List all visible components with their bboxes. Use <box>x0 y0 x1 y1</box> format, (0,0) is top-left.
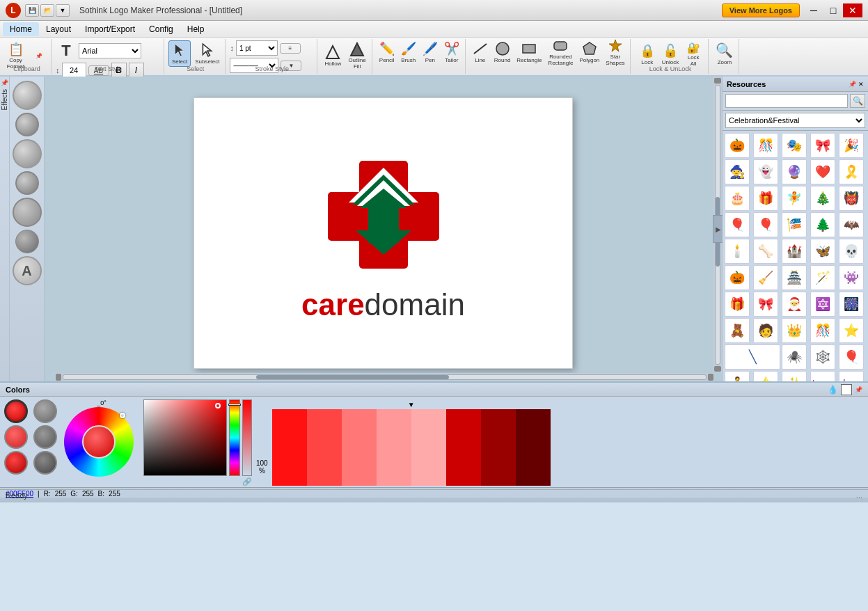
outline-fill-button[interactable]: OutlineFill <box>345 40 368 72</box>
resource-item[interactable]: 🎈 <box>725 212 750 237</box>
resource-item[interactable]: ⭐ <box>753 371 778 381</box>
left-tool-4[interactable] <box>15 171 39 195</box>
pen-button[interactable]: 🖊️ Pen <box>420 40 441 65</box>
colors-pin-icon[interactable]: 📌 <box>855 386 862 393</box>
resource-item[interactable]: 🪄 <box>810 265 835 290</box>
presets-expand-button[interactable]: ▼ <box>272 401 551 408</box>
unlock-button[interactable]: 🔓 Unlock <box>659 40 681 69</box>
resource-item[interactable]: 🎆 <box>839 292 864 317</box>
line-tool-button[interactable]: Line <box>470 40 491 65</box>
resource-item[interactable]: 🎁 <box>725 292 750 317</box>
resource-item[interactable]: 🎉 <box>839 133 864 158</box>
resources-pin-icon[interactable]: 📌 <box>849 81 856 88</box>
star-tool-button[interactable]: StarShapes <box>603 37 627 68</box>
resource-item[interactable]: ⭐ <box>839 318 864 343</box>
menu-config[interactable]: Config <box>142 22 180 36</box>
zoom-button[interactable]: 🔍 Zoom <box>713 40 736 67</box>
hue-slider[interactable] <box>229 399 240 476</box>
left-tool-5[interactable] <box>13 198 42 227</box>
color-fill-box[interactable] <box>841 384 852 395</box>
resource-item[interactable]: 🌲 <box>810 212 835 237</box>
resource-item[interactable]: 🎏 <box>782 212 807 237</box>
resource-item[interactable]: Love <box>810 371 835 381</box>
color-gradient-picker[interactable] <box>143 399 227 476</box>
swatch-grey-2[interactable] <box>33 425 57 449</box>
resource-item[interactable]: 🎊 <box>810 318 835 343</box>
resource-item[interactable]: ✨ <box>782 371 807 381</box>
resource-item[interactable]: 🧑 <box>753 318 778 343</box>
round-tool-button[interactable]: Round <box>491 40 514 65</box>
resource-item[interactable]: ❤️ <box>810 159 835 184</box>
lock-all-button[interactable]: 🔐 LockAll <box>683 40 704 69</box>
select-button[interactable]: Select <box>168 40 191 67</box>
horizontal-scrollbar[interactable] <box>54 373 713 381</box>
swatch-grey-3[interactable] <box>33 451 57 475</box>
swatch-red-fill[interactable] <box>4 399 28 423</box>
close-button[interactable]: ✕ <box>843 3 862 17</box>
add-text-button[interactable]: T <box>56 40 77 61</box>
quick-menu-btn[interactable]: ▼ <box>56 4 70 17</box>
resource-item[interactable]: 🔮 <box>782 159 807 184</box>
resources-close-icon[interactable]: ✕ <box>858 81 864 88</box>
resource-item[interactable]: ╲ <box>725 344 780 370</box>
text-tool[interactable]: A <box>13 256 42 285</box>
hollow-button[interactable]: Hollow <box>322 40 344 72</box>
resource-item[interactable]: 🎀 <box>753 292 778 317</box>
quick-open-btn[interactable]: 📂 <box>40 4 54 17</box>
canvas-area[interactable]: caredomain <box>45 77 722 381</box>
resource-item[interactable]: 👾 <box>839 265 864 290</box>
stroke-options-button[interactable]: ≡ <box>280 43 301 54</box>
resource-item[interactable]: 🎗️ <box>839 159 864 184</box>
resource-item[interactable]: 👑 <box>782 318 807 343</box>
menu-help[interactable]: Help <box>180 22 212 36</box>
search-icon[interactable]: 🔍 <box>850 94 865 108</box>
rounded-rectangle-tool-button[interactable]: RoundedRectangle <box>545 37 576 68</box>
category-select[interactable]: Celebration&Festival Animals Business Na… <box>725 113 865 128</box>
brush-button[interactable]: 🖌️ Brush <box>398 40 419 65</box>
left-tool-2[interactable] <box>15 113 39 136</box>
resource-item[interactable]: 🔯 <box>810 292 835 317</box>
panel-expand-button[interactable]: ▶ <box>713 215 723 243</box>
resource-item[interactable]: 🕷️ <box>782 344 807 370</box>
view-more-logos-button[interactable]: View More Logos <box>722 3 800 17</box>
color-wheel[interactable] <box>64 407 134 477</box>
resource-item[interactable]: 🦋 <box>810 239 835 264</box>
resource-item[interactable]: 🧸 <box>725 318 750 343</box>
left-tool-6[interactable] <box>15 230 39 253</box>
polygon-tool-button[interactable]: Polygon <box>576 40 602 65</box>
swatch-grey[interactable] <box>33 399 57 423</box>
resource-item[interactable]: 🧚 <box>782 186 807 211</box>
resource-item[interactable]: 🎅 <box>782 292 807 317</box>
font-family-select[interactable]: Arial Times New Roman Verdana <box>79 43 141 58</box>
opacity-slider[interactable] <box>242 399 252 476</box>
resource-item[interactable]: 🏰 <box>782 239 807 264</box>
resource-item[interactable]: 🎀 <box>810 133 835 158</box>
resource-item[interactable]: 🎃 <box>725 133 750 158</box>
color-presets-bar[interactable] <box>272 409 551 486</box>
swatch-red-3[interactable] <box>4 451 28 475</box>
stroke-width-select[interactable]: 1 pt2 pt3 pt <box>236 40 278 56</box>
menu-import-export[interactable]: Import/Export <box>78 22 142 36</box>
lock-button[interactable]: 🔒 Lock <box>637 40 658 69</box>
resource-item[interactable]: 🧍 <box>725 371 750 381</box>
resource-item[interactable]: 🦇 <box>839 212 864 237</box>
resource-item[interactable]: 🎭 <box>782 133 807 158</box>
pencil-button[interactable]: ✏️ Pencil <box>377 40 397 65</box>
resource-item[interactable]: 🎃 <box>725 265 750 290</box>
resource-item[interactable]: love <box>839 371 864 381</box>
resource-item[interactable]: 👻 <box>753 159 778 184</box>
resource-item[interactable]: 🧙 <box>725 159 750 184</box>
maximize-button[interactable]: □ <box>823 3 843 17</box>
resource-item[interactable]: 🕯️ <box>725 239 750 264</box>
resource-item[interactable]: 🎈 <box>753 212 778 237</box>
quick-save-btn[interactable]: 💾 <box>25 4 39 17</box>
resource-item[interactable]: 🎊 <box>753 133 778 158</box>
resource-item[interactable]: 🎈 <box>839 344 864 370</box>
resource-item[interactable]: 🎂 <box>725 186 750 211</box>
resource-item[interactable]: 🧹 <box>753 265 778 290</box>
left-tool-3[interactable] <box>13 139 42 168</box>
left-tool-1[interactable] <box>13 81 42 110</box>
swatch-red-2[interactable] <box>4 425 28 449</box>
resource-item[interactable]: 👹 <box>839 186 864 211</box>
resource-item[interactable]: 🎁 <box>753 186 778 211</box>
